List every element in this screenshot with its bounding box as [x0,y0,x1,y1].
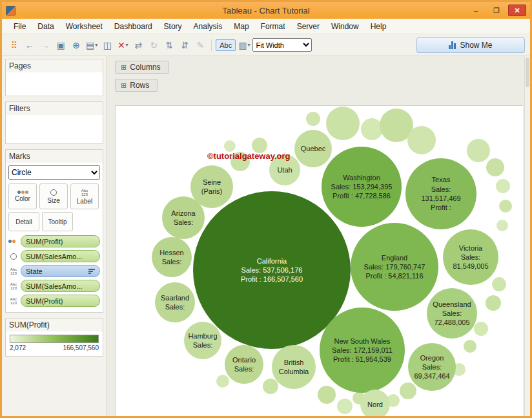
bubble-england[interactable]: EnglandSales: 179,760,747Profit : 54,821… [351,223,438,311]
pages-shelf[interactable]: Pages [5,59,103,96]
tableau-window: Tableau - Chart Tutorial – ❐ ✕ FileDataW… [0,0,532,418]
rows-shelf[interactable] [158,78,518,92]
bubble-unlabeled[interactable] [496,179,510,193]
swap-axes-icon[interactable]: ⇄ [131,38,145,52]
menu-item-worksheet[interactable]: Worksheet [61,20,108,33]
bubble-hessen[interactable]: HessenSales: [152,237,192,277]
label-button[interactable]: Abc123 Label [70,183,99,209]
bubble-new-south-wales[interactable]: New South WalesSales: 172,159,011Profit … [320,308,405,393]
columns-shelf-label[interactable]: ⊞ Columns [115,61,169,74]
menu-item-file[interactable]: File [8,20,31,33]
sort-ascending-icon[interactable]: ⇅ [162,38,176,52]
dropdown-caret-icon[interactable]: ▾ [126,42,128,48]
detail-button[interactable]: Detail [8,212,39,231]
filters-shelf[interactable]: Filters [5,101,103,144]
show-me-button[interactable]: Show Me [416,37,525,53]
new-worksheet-icon[interactable]: ▤▾ [85,38,99,52]
bubble-unlabeled[interactable] [326,107,360,140]
menu-item-map[interactable]: Map [229,20,254,33]
bubble-unlabeled[interactable] [492,277,506,291]
bubble-saarland[interactable]: SaarlandSales: [155,282,195,322]
bubble-nord[interactable]: Nord [360,390,390,416]
bubble-unlabeled[interactable] [496,220,508,231]
bubble-ontario[interactable]: OntarioSales: [225,345,263,384]
columns-grid-icon: ⊞ [121,63,127,72]
back-icon[interactable]: ← [23,38,37,52]
rows-shelf-label[interactable]: ⊞ Rows [115,79,158,92]
bubble-unlabeled[interactable] [486,158,504,176]
bubble-hamburg[interactable]: HamburgSales: [184,322,221,359]
show-mark-labels-button[interactable]: Abc [216,39,236,51]
size-icon [50,189,57,196]
bubble-arizona[interactable]: ArizonaSales: [162,196,205,239]
scrollbar-thumb[interactable] [526,57,529,87]
menu-item-window[interactable]: Window [326,20,364,33]
size-button[interactable]: Size [39,183,68,209]
bubble-unlabeled[interactable] [306,112,320,126]
filters-drop-area[interactable] [6,115,103,143]
minimize-button[interactable]: – [467,5,485,16]
bubble-unlabeled[interactable] [467,139,490,162]
bubble-unlabeled[interactable] [486,295,501,311]
bubble-unlabeled[interactable] [474,322,488,336]
menu-item-analysis[interactable]: Analysis [189,20,228,33]
bubble-label: VictoriaSales:81,549,005 [453,244,488,271]
color-button[interactable]: Color [8,183,37,209]
pill-sum-salesamount-label[interactable]: SUM(SalesAmo... [21,280,100,292]
menu-bar: FileDataWorksheetDashboardStoryAnalysisM… [2,19,530,34]
mark-type-select[interactable]: Circle [8,165,100,180]
color-legend-gradient[interactable] [10,335,99,343]
bubble-victoria[interactable]: VictoriaSales:81,549,005 [443,229,498,285]
menu-item-dashboard[interactable]: Dashboard [109,20,158,33]
pill-sum-salesamount-size[interactable]: SUM(SalesAmo... [21,250,100,262]
pill-sum-profit-label[interactable]: SUM(Profit) [21,295,100,307]
fit-axes-icon[interactable]: ▥▾ [237,38,251,52]
size-target-icon [8,251,19,262]
bubble-unlabeled[interactable] [216,375,229,388]
vertical-scrollbar[interactable] [524,56,530,416]
menu-item-server[interactable]: Server [292,20,325,33]
duplicate-sheet-icon[interactable]: ◫ [100,38,114,52]
legend-max: 166,507,560 [63,344,99,351]
legend-min: 2,072 [10,344,26,351]
highlight-icon[interactable]: ✎ [193,38,207,52]
bubble-texas[interactable]: TexasSales:131,517,469Profit : [405,158,476,229]
menu-item-format[interactable]: Format [256,20,291,33]
bubble-unlabeled[interactable] [464,340,476,353]
menu-item-help[interactable]: Help [365,20,392,33]
bubble-queensland[interactable]: QueenslandSales:72,488,005 [427,288,477,339]
bubble-washington[interactable]: WashingtonSales: 153,294,395Profit : 47,… [322,147,402,227]
pill-state[interactable]: State [21,265,100,277]
menu-item-story[interactable]: Story [159,20,187,33]
bubble-unlabeled[interactable] [318,386,336,404]
pages-drop-area[interactable] [6,72,103,96]
pill-sum-profit-color[interactable]: SUM(Profit) [21,235,100,247]
clear-sheet-icon[interactable]: ✕▾ [116,38,130,52]
forward-icon[interactable]: → [38,38,52,52]
tableau-logo-icon[interactable]: ⠿ [7,38,21,52]
text-target-icon: Abc123 [8,297,19,305]
bubble-oregon[interactable]: OregonSales:69,347,464 [408,343,456,391]
bubble-label: BritishColumbia [279,358,309,377]
maximize-button[interactable]: ❐ [487,5,506,16]
bubble-unlabeled[interactable] [337,399,353,414]
bubble-unlabeled[interactable] [224,140,236,152]
add-datasource-icon[interactable]: ⊕ [69,38,83,52]
menu-item-data[interactable]: Data [32,20,59,33]
bubble-unlabeled[interactable] [499,200,512,213]
bubble-british-columbia[interactable]: BritishColumbia [272,345,316,389]
sort-descending-icon[interactable]: ⇵ [178,38,192,52]
tooltip-button[interactable]: Tooltip [42,212,73,231]
columns-shelf[interactable] [169,60,518,74]
bubble-quebec[interactable]: Quebec [294,130,332,167]
bubble-chart[interactable]: ©tutorialgateway.org CaliforniaSales: 53… [115,105,523,416]
bubble-unlabeled[interactable] [407,126,436,154]
refresh-icon[interactable]: ↻ [147,38,161,52]
fit-width-select[interactable]: Fit Width [252,38,312,52]
close-button[interactable]: ✕ [508,5,526,16]
save-icon[interactable]: ▣ [54,38,68,52]
dropdown-caret-icon[interactable]: ▾ [95,42,97,48]
bubble-unlabeled[interactable] [263,379,278,394]
bubble-unlabeled[interactable] [400,382,416,399]
sort-descending-icon[interactable] [88,269,95,274]
